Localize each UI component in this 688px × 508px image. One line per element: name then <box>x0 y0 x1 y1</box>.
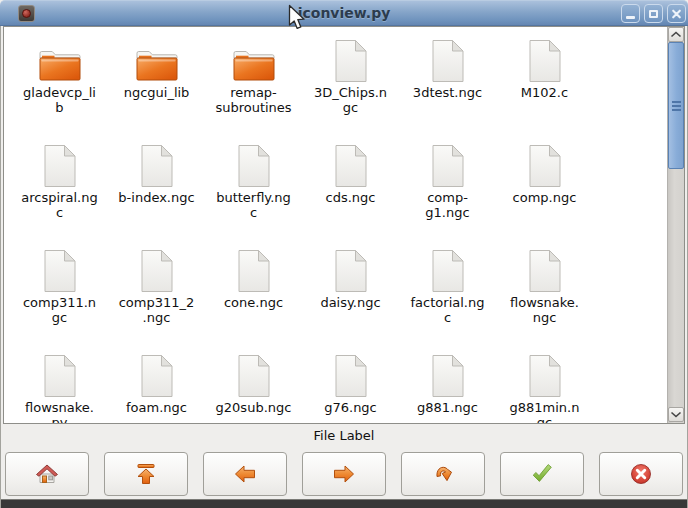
file-item-label: comp-g1.ngc <box>409 190 486 220</box>
file-icon-view: gladevcp_lib ngcgui_lib remap-subroutine… <box>3 26 685 424</box>
file-label: File Label <box>1 424 687 449</box>
folder-icon <box>37 37 83 83</box>
file-item[interactable]: g881min.ngc <box>496 348 593 423</box>
document-icon <box>431 352 465 398</box>
window-body: gladevcp_lib ngcgui_lib remap-subroutine… <box>0 26 688 508</box>
file-item[interactable]: arcspiral.ngc <box>11 138 108 243</box>
file-item-label: flowsnake.ngc <box>506 295 583 325</box>
file-item[interactable]: comp-g1.ngc <box>399 138 496 243</box>
document-icon <box>334 142 368 188</box>
file-item-label: gladevcp_lib <box>21 85 98 115</box>
window-bottom-edge <box>1 499 687 508</box>
document-icon <box>528 247 562 293</box>
document-icon <box>43 142 77 188</box>
document-icon <box>334 247 368 293</box>
close-button[interactable] <box>667 4 686 23</box>
file-item[interactable]: butterfly.ngc <box>205 138 302 243</box>
file-item-label: remap-subroutines <box>215 85 292 115</box>
file-item-label: cone.ngc <box>215 295 292 310</box>
file-item-label: comp.ngc <box>506 190 583 205</box>
maximize-button[interactable] <box>644 4 663 23</box>
maximize-icon <box>649 10 658 18</box>
document-icon <box>237 352 271 398</box>
document-icon <box>140 142 174 188</box>
document-icon <box>140 247 174 293</box>
window: iconview.py <box>0 0 688 508</box>
document-icon <box>43 352 77 398</box>
close-icon <box>668 5 685 23</box>
file-item-label: comp311.ngc <box>21 295 98 325</box>
minimize-button[interactable] <box>621 4 640 23</box>
back-button[interactable] <box>203 452 287 496</box>
document-icon <box>43 247 77 293</box>
document-icon <box>528 142 562 188</box>
minimize-icon <box>626 16 635 19</box>
window-title: iconview.py <box>0 5 688 21</box>
file-item-label: M102.c <box>506 85 583 100</box>
file-item-label: factorial.ngc <box>409 295 486 325</box>
scrollbar-thumb[interactable] <box>668 42 684 169</box>
go-top-button[interactable] <box>104 452 188 496</box>
file-item[interactable]: g20sub.ngc <box>205 348 302 423</box>
file-item-label: g881min.ngc <box>506 400 583 423</box>
document-icon <box>334 352 368 398</box>
document-icon <box>237 247 271 293</box>
file-item[interactable]: foam.ngc <box>108 348 205 423</box>
scroll-up-icon <box>670 31 682 38</box>
home-button[interactable] <box>5 452 89 496</box>
titlebar[interactable]: iconview.py <box>0 0 688 26</box>
file-item-label: 3dtest.ngc <box>409 85 486 100</box>
file-item[interactable]: g76.ngc <box>302 348 399 423</box>
file-item[interactable]: comp311_2.ngc <box>108 243 205 348</box>
document-icon <box>431 37 465 83</box>
thumb-grip <box>672 105 681 107</box>
cancel-icon <box>628 461 654 487</box>
redo-button[interactable] <box>401 452 485 496</box>
file-item-label: arcspiral.ngc <box>21 190 98 220</box>
file-item[interactable]: flowsnake.ngc <box>496 243 593 348</box>
file-item-label: foam.ngc <box>118 400 195 415</box>
window-controls <box>621 4 686 23</box>
file-item[interactable]: b-index.ngc <box>108 138 205 243</box>
file-item[interactable]: comp311.ngc <box>11 243 108 348</box>
file-item-label: flowsnake.py <box>21 400 98 423</box>
file-item[interactable]: 3D_Chips.ngc <box>302 33 399 138</box>
file-item-label: cds.ngc <box>312 190 389 205</box>
scroll-up-button[interactable] <box>668 27 684 42</box>
file-item[interactable]: flowsnake.py <box>11 348 108 423</box>
icon-grid: gladevcp_lib ngcgui_lib remap-subroutine… <box>4 27 666 423</box>
forward-button[interactable] <box>302 452 386 496</box>
file-item[interactable]: g881.ngc <box>399 348 496 423</box>
scroll-down-button[interactable] <box>668 407 684 422</box>
file-item[interactable]: gladevcp_lib <box>11 33 108 138</box>
vertical-scrollbar[interactable] <box>667 27 684 423</box>
file-item[interactable]: comp.ngc <box>496 138 593 243</box>
document-icon <box>237 142 271 188</box>
redo-arrow-icon <box>430 461 456 487</box>
go-top-icon <box>133 461 159 487</box>
file-item[interactable]: cone.ngc <box>205 243 302 348</box>
home-icon <box>34 461 60 487</box>
ok-button[interactable] <box>500 452 584 496</box>
file-item[interactable]: daisy.ngc <box>302 243 399 348</box>
file-item[interactable]: 3dtest.ngc <box>399 33 496 138</box>
document-icon <box>431 142 465 188</box>
cancel-button[interactable] <box>599 452 683 496</box>
file-item[interactable]: factorial.ngc <box>399 243 496 348</box>
scroll-down-icon <box>670 411 682 418</box>
file-item[interactable]: ngcgui_lib <box>108 33 205 138</box>
file-item-label: ngcgui_lib <box>118 85 195 100</box>
document-icon <box>528 37 562 83</box>
file-item[interactable]: remap-subroutines <box>205 33 302 138</box>
file-item-label: 3D_Chips.ngc <box>312 85 389 115</box>
file-item[interactable]: M102.c <box>496 33 593 138</box>
check-icon <box>529 461 555 487</box>
document-icon <box>140 352 174 398</box>
folder-icon <box>134 37 180 83</box>
document-icon <box>528 352 562 398</box>
file-item-label: daisy.ngc <box>312 295 389 310</box>
file-item-label: g76.ngc <box>312 400 389 415</box>
file-item-label: butterfly.ngc <box>215 190 292 220</box>
file-item[interactable]: cds.ngc <box>302 138 399 243</box>
file-item-label: g20sub.ngc <box>215 400 292 415</box>
